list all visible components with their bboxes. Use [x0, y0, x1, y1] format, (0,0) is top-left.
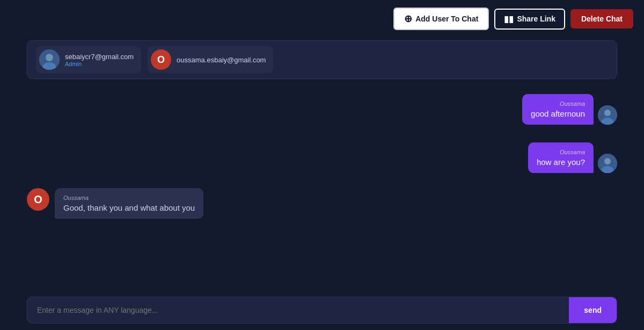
svg-point-7: [604, 158, 611, 164]
message-sender: Oussama: [63, 195, 195, 201]
send-button[interactable]: send: [569, 297, 617, 323]
top-action-bar: ⊕ Add User To Chat ▮▮ Share Link Delete …: [393, 8, 633, 30]
message-text: good afternoun: [531, 109, 585, 118]
message-text: Good, thank you and what about you: [63, 203, 195, 212]
delete-chat-label: Delete Chat: [581, 15, 623, 23]
send-label: send: [584, 306, 602, 314]
message-bubble: Oussama good afternoun: [522, 94, 594, 125]
avatar: [598, 105, 617, 125]
participant-info: oussama.esbaiy@gmail.com: [177, 56, 266, 64]
message-row: O Oussama Good, thank you and what about…: [27, 188, 617, 219]
message-sender: Oussama: [531, 101, 585, 107]
message-row: Oussama good afternoun: [27, 94, 617, 125]
svg-point-1: [46, 54, 53, 61]
delete-chat-button[interactable]: Delete Chat: [570, 9, 633, 28]
message-bubble: Oussama how are you?: [528, 142, 594, 173]
avatar: [39, 49, 60, 70]
message-input[interactable]: [27, 297, 569, 323]
share-link-button[interactable]: ▮▮ Share Link: [494, 9, 565, 30]
participant-email: sebaiycr7@gmail.com: [65, 53, 134, 61]
message-text: how are you?: [537, 157, 585, 167]
participant-role: Admin: [65, 61, 134, 67]
avatar: O: [27, 188, 49, 211]
plus-circle-icon: ⊕: [404, 13, 412, 25]
svg-point-4: [604, 110, 611, 116]
participants-bar: sebaiycr7@gmail.com Admin O oussama.esba…: [27, 40, 617, 79]
add-user-button[interactable]: ⊕ Add User To Chat: [393, 8, 489, 30]
participant-item: O oussama.esbaiy@gmail.com: [148, 46, 273, 73]
share-link-label: Share Link: [517, 15, 555, 23]
participant-email: oussama.esbaiy@gmail.com: [177, 56, 266, 64]
participant-info: sebaiycr7@gmail.com Admin: [65, 53, 134, 67]
message-bubble: Oussama Good, thank you and what about y…: [55, 188, 203, 219]
message-sender: Oussama: [537, 149, 585, 155]
add-user-label: Add User To Chat: [415, 15, 478, 23]
message-row: Oussama how are you?: [27, 142, 617, 173]
share-icon: ▮▮: [504, 14, 514, 24]
chat-area: Oussama good afternoun Oussama how are y…: [27, 83, 617, 287]
avatar: O: [151, 49, 171, 70]
avatar: [598, 154, 617, 173]
participant-item: sebaiycr7@gmail.com Admin: [36, 46, 141, 73]
message-input-bar: send: [27, 297, 617, 324]
